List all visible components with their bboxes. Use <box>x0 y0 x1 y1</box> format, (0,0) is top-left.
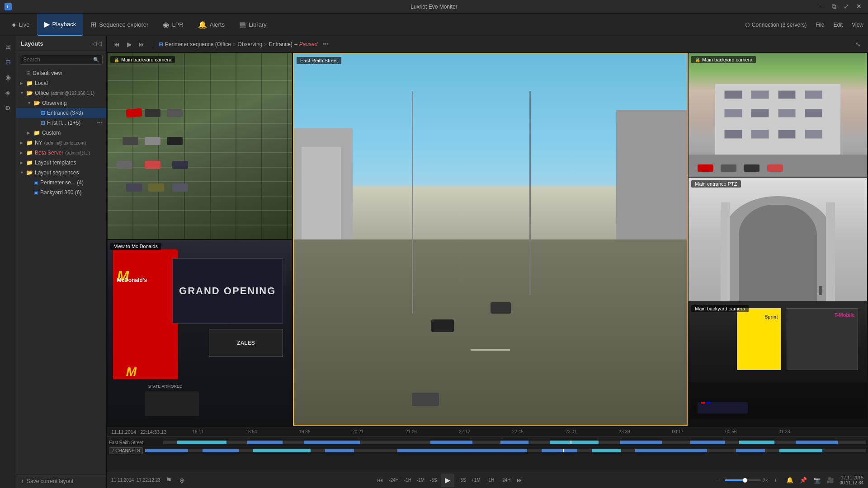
save-layout-label: Save current layout <box>27 478 73 484</box>
timeline-tracks[interactable]: East Reith Street <box>107 437 868 472</box>
jump-back-24h-button[interactable]: -24H <box>387 477 401 483</box>
tree-item-beta-server[interactable]: ▶ 📁 Beta Server (admin@l...) <box>16 148 106 158</box>
tree-item-office[interactable]: ▼ 📂 Office (admin@192.168.1.1) <box>16 88 106 98</box>
tree-item-ny[interactable]: ▶ 📁 NY (admin@luxriot.com) <box>16 138 106 148</box>
bookmark-button[interactable]: 📌 <box>798 475 809 486</box>
timeline-track-0[interactable]: East Reith Street <box>107 439 868 446</box>
expand-content-button[interactable]: ⤡ <box>853 39 863 50</box>
main-container: ⊞ ⊟ ◉ ◈ ⚙ Layouts ◁◁ 🔍 ⊟ Default view <box>0 36 868 488</box>
view-menu[interactable]: View <box>852 22 863 28</box>
pb-current-date: 11.11.2014 <box>111 478 134 483</box>
track-bar-0[interactable] <box>163 441 866 444</box>
camera-sync-button[interactable]: ⊕ <box>177 475 188 486</box>
connection-button[interactable]: ⬡ Connection (3 servers) <box>745 22 807 28</box>
save-layout-button[interactable]: + Save current layout <box>16 474 106 488</box>
folder-open-icon: 📂 <box>26 90 33 96</box>
expand-icon: ▶ <box>20 150 26 155</box>
tree-item-first-fl[interactable]: ⊞ First fl... (1+5) ••• <box>16 118 106 128</box>
lpr-icon: ◉ <box>163 20 169 29</box>
layout-icon: ⊞ <box>41 120 45 126</box>
jump-fwd-1h-button[interactable]: +1H <box>484 477 496 483</box>
tree-item-custom[interactable]: ▶ 📁 Custom <box>16 128 106 138</box>
collapse-panel-button[interactable]: ◁◁ <box>92 40 102 47</box>
speed-label: 2× <box>763 478 769 483</box>
minimize-button[interactable]: — <box>816 3 826 10</box>
sidebar-icon-settings[interactable]: ⚙ <box>1 101 15 115</box>
folder-icon: 📁 <box>33 130 40 136</box>
tree-item-entrance[interactable]: ⊞ Entrance (3×3) <box>16 108 106 118</box>
speed-slider-thumb[interactable] <box>743 478 747 483</box>
expand-icon: ▶ <box>20 160 26 165</box>
restore-button[interactable]: ⤢ <box>842 3 851 10</box>
export-button[interactable]: 🎥 <box>825 475 836 486</box>
camera-cell-building[interactable]: 🔒 Main backyard camera <box>689 53 867 177</box>
timeline-track-channels[interactable]: 7 CHANNELS <box>107 447 868 454</box>
nav-live[interactable]: ● Live <box>5 14 37 36</box>
camera-cell-east-reith-1[interactable]: East Reith Street <box>293 53 688 426</box>
camera-cell-backyard-1[interactable]: 🔒 Main backyard camera <box>108 53 292 239</box>
sidebar-icon-map[interactable]: ◈ <box>1 86 15 99</box>
seq-next-button[interactable]: ⏭ <box>137 39 147 50</box>
jump-back-5s-button[interactable]: -5S <box>428 477 439 483</box>
channel-count-badge: 7 CHANNELS <box>109 447 143 454</box>
track-segment <box>304 441 360 444</box>
nav-lpr[interactable]: ◉ LPR <box>156 14 190 36</box>
nav-alerts[interactable]: 🔔 Alerts <box>191 14 232 36</box>
close-button[interactable]: ✕ <box>854 3 863 10</box>
sidebar-icon-layouts[interactable]: ⊟ <box>1 55 15 69</box>
file-menu[interactable]: File <box>816 22 824 28</box>
playback-icon: ▶ <box>44 20 50 28</box>
seq-server: Perimeter sequence (Office <box>165 41 231 47</box>
nav-sequence-explorer[interactable]: ⊞ Sequence explorer <box>83 14 156 36</box>
folder-icon: 📁 <box>26 160 33 166</box>
sidebar-icon-cameras[interactable]: ◉ <box>1 70 15 84</box>
edit-menu[interactable]: Edit <box>834 22 843 28</box>
camera-feed-backyard-3: T-Mobile Sprint <box>689 302 867 426</box>
tree-item-observing[interactable]: ▼ 📂 Observing <box>16 98 106 108</box>
tree-item-layout-templates[interactable]: ▶ 📁 Layout templates <box>16 158 106 168</box>
more-icon[interactable]: ••• <box>97 120 103 126</box>
track-segment <box>203 449 239 452</box>
sidebar-icon-grid[interactable]: ⊞ <box>1 40 15 53</box>
bookmark-mode-button[interactable]: ⚑ <box>163 475 174 486</box>
tree-item-layout-sequences[interactable]: ▼ 📂 Layout sequences <box>16 168 106 178</box>
tree-item-default-view[interactable]: ⊟ Default view <box>16 68 106 78</box>
seq-play-button[interactable]: ▶ <box>124 39 135 50</box>
track-segment <box>550 441 599 444</box>
jump-fwd-24h-button[interactable]: +24H <box>498 477 512 483</box>
play-pause-button[interactable]: ▶ <box>441 474 454 487</box>
speed-increase-button[interactable]: + <box>770 475 781 486</box>
jump-back-1m-button[interactable]: -1M <box>415 477 426 483</box>
camera-feed-mcdonalds: M McDonald's GRAND OPENING STATE ARMORED… <box>108 240 292 426</box>
skip-end-button[interactable]: ⏭ <box>514 475 525 486</box>
alerts-icon: 🔔 <box>198 20 207 29</box>
tree-label: Layout sequences <box>35 169 79 176</box>
jump-fwd-5s-button[interactable]: +5S <box>456 477 468 483</box>
nav-library[interactable]: ▤ Library <box>232 14 274 36</box>
snapshot-button[interactable]: 📷 <box>811 475 822 486</box>
camera-cell-backyard-3[interactable]: T-Mobile Sprint Main backyard camera <box>689 302 867 426</box>
tree-item-local[interactable]: ▶ 📁 Local <box>16 78 106 88</box>
tree-item-perimeter-seq[interactable]: ▣ Perimeter se... (4) <box>16 178 106 188</box>
seq-prev-button[interactable]: ⏮ <box>111 39 122 50</box>
tree-item-backyard-360[interactable]: ▣ Backyard 360 (6) <box>16 188 106 197</box>
seq-more-button[interactable]: ••• <box>323 41 329 47</box>
track-bar-channels[interactable] <box>145 449 866 452</box>
camera-cell-mcdonalds[interactable]: M McDonald's GRAND OPENING STATE ARMORED… <box>108 240 292 426</box>
view-label: View <box>852 22 863 28</box>
search-input[interactable] <box>23 56 93 63</box>
nav-playback[interactable]: ▶ Playback <box>37 14 84 36</box>
jump-back-1h-button[interactable]: -1H <box>402 477 413 483</box>
titlebar: L Luxriot Evo Monitor — ⧉ ⤢ ✕ <box>0 0 868 14</box>
skip-start-button[interactable]: ⏮ <box>374 475 385 486</box>
audio-button[interactable]: 🔔 <box>784 475 795 486</box>
folder-open-icon: 📂 <box>33 100 40 106</box>
connection-label: Connection (3 servers) <box>752 22 807 28</box>
jump-fwd-1m-button[interactable]: +1M <box>470 477 482 483</box>
camera-cell-entrance-ptz[interactable]: Main entrance PTZ <box>689 178 867 301</box>
maximize-button[interactable]: ⧉ <box>830 3 838 10</box>
tree-label: Beta Server <box>35 150 63 156</box>
camera-label-text: Main backyard camera <box>695 306 745 311</box>
speed-decrease-button[interactable]: − <box>712 475 723 486</box>
speed-slider[interactable] <box>725 479 761 481</box>
